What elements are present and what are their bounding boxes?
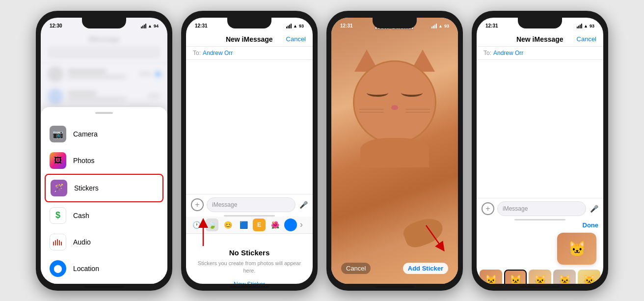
style-comic[interactable]: 🐱 Comic xyxy=(529,270,551,284)
svg-rect-3 xyxy=(59,240,60,246)
menu-item-location[interactable]: ⬤ Location xyxy=(41,255,167,282)
style-original-thumb: 🐱 xyxy=(480,270,502,284)
style-original[interactable]: 🐱 Original xyxy=(480,270,502,284)
stickers-label: Stickers xyxy=(74,184,99,192)
menu-item-audio[interactable]: Audio xyxy=(41,229,167,255)
add-button-4[interactable]: + xyxy=(482,202,494,215)
audio-label: Audio xyxy=(73,238,91,246)
svg-rect-4 xyxy=(61,242,62,246)
home-bar-3 xyxy=(375,286,414,288)
home-bar-2 xyxy=(230,286,269,288)
status-bar-3: 12:31 ▲ 93 xyxy=(331,18,458,31)
input-bar-4: + iMessage 🎤 xyxy=(477,198,603,219)
photo-actions: Cancel Add Sticker xyxy=(331,263,458,274)
new-sticker-button-2[interactable]: New Sticker xyxy=(234,281,265,284)
menu-item-more[interactable]: More xyxy=(41,282,167,284)
cat-sticker-preview: 🐱 xyxy=(557,233,596,265)
emoji-icon[interactable]: 😊 xyxy=(221,219,234,231)
wifi-icon: ▲ xyxy=(148,24,152,28)
menu-item-photos[interactable]: 🖼 Photos xyxy=(41,147,167,174)
to-label-4: To: xyxy=(483,50,491,56)
time-4: 12:31 xyxy=(485,23,498,28)
mic-icon-2[interactable]: 🎤 xyxy=(299,201,308,209)
svg-rect-2 xyxy=(57,239,58,246)
compose-title-2: New iMessage xyxy=(226,35,273,43)
imessage-input-2[interactable]: iMessage xyxy=(207,197,295,212)
menu-item-cash[interactable]: $ Cash xyxy=(41,202,167,229)
cat-body xyxy=(360,138,429,167)
phone1-screen: 12:30 ▲ 94 iMessage xyxy=(41,18,167,284)
notch xyxy=(82,18,126,28)
drawer-handle xyxy=(95,112,113,114)
no-stickers-area: No Stickers Stickers you create from pho… xyxy=(186,234,313,284)
cancel-button-4[interactable]: Cancel xyxy=(577,35,596,43)
photos-icon: 🖼 xyxy=(50,152,66,169)
drawer-menu: 📷 Camera 🖼 Photos 🪄 Stickers $ Cash Audi… xyxy=(41,107,167,284)
style-shiny-thumb: 🐱 xyxy=(578,270,600,284)
right-eye xyxy=(401,89,423,97)
cat-nose xyxy=(391,105,398,110)
home-bar-4 xyxy=(520,286,560,288)
cat-face xyxy=(346,50,444,167)
location-label: Location xyxy=(73,265,99,273)
add-sticker-button[interactable]: Add Sticker xyxy=(403,263,448,274)
style-comic-thumb: 🐱 xyxy=(529,270,551,284)
menu-item-stickers[interactable]: 🪄 Stickers xyxy=(45,174,163,202)
menu-item-camera[interactable]: 📷 Camera xyxy=(41,121,167,147)
cancel-button-3[interactable]: Cancel xyxy=(341,263,371,274)
whisker-l1 xyxy=(359,109,384,109)
imessage-placeholder-4: iMessage xyxy=(503,205,528,212)
signal-area: ▲ 94 xyxy=(141,24,159,28)
style-puffy-thumb: 🐱 xyxy=(553,270,576,284)
cash-label: Cash xyxy=(73,212,89,219)
signal-icon-2 xyxy=(286,24,292,28)
battery-icon-3: 93 xyxy=(444,24,449,28)
imessage-header-2: New iMessage Cancel xyxy=(186,31,313,47)
style-outline[interactable]: 🐱 Outline xyxy=(504,270,527,284)
red-icon[interactable]: 🌺 xyxy=(268,219,281,231)
style-puffy[interactable]: 🐱 Puffy xyxy=(553,270,576,284)
to-name-2[interactable]: Andrew Orr xyxy=(203,50,233,56)
to-line-2: To: Andrew Orr xyxy=(186,47,313,60)
phone-2: 12:31 ▲ 93 New iMessage Cancel To: Andre… xyxy=(181,11,318,291)
phone2-screen: 12:31 ▲ 93 New iMessage Cancel To: Andre… xyxy=(186,18,313,284)
e-icon[interactable]: E xyxy=(253,219,266,231)
camera-icon: 📷 xyxy=(50,126,66,142)
battery-icon-2: 93 xyxy=(299,24,304,28)
audio-icon xyxy=(50,234,66,250)
phone-3: New Sticker 12:31 ▲ 93 Cancel Add Sticke… xyxy=(326,11,463,291)
notch-4 xyxy=(518,18,562,28)
arrow-up-indicator xyxy=(196,219,211,250)
add-button-2[interactable]: + xyxy=(191,198,204,211)
svg-rect-1 xyxy=(55,240,56,246)
blue-icon[interactable] xyxy=(284,219,297,231)
arrow-down-svg xyxy=(421,223,446,252)
imessage-input-4[interactable]: iMessage xyxy=(497,201,586,216)
cancel-button-2[interactable]: Cancel xyxy=(286,35,306,43)
notch-2 xyxy=(227,18,271,28)
wifi-icon-2: ▲ xyxy=(293,24,297,28)
whisker-l2 xyxy=(359,112,384,112)
wifi-icon-3: ▲ xyxy=(438,24,443,28)
mic-icon-4[interactable]: 🎤 xyxy=(590,205,598,213)
input-bar-2: + iMessage 🎤 xyxy=(186,194,313,215)
cash-icon: $ xyxy=(50,207,66,224)
apps-icon[interactable]: 🟦 xyxy=(237,219,250,231)
camera-label: Camera xyxy=(73,130,98,138)
message-body-2 xyxy=(186,60,313,194)
phone-4: 12:31 ▲ 93 New iMessage Cancel To: Andre… xyxy=(472,11,608,291)
to-name-4[interactable]: Andrew Orr xyxy=(493,50,523,56)
phone3-screen: New Sticker 12:31 ▲ 93 Cancel Add Sticke… xyxy=(331,18,458,284)
no-stickers-title: No Stickers xyxy=(229,248,270,257)
done-row: Done xyxy=(477,220,603,231)
style-shiny[interactable]: 🐱 Shiny xyxy=(578,270,600,284)
style-options-row: 🐱 Original 🐱 Outline 🐱 Comic 🐱 Puffy 🐱 xyxy=(477,267,603,284)
wifi-icon-4: ▲ xyxy=(584,24,588,28)
whisker-r1 xyxy=(405,109,430,109)
more-apps-icon[interactable]: › xyxy=(300,219,303,230)
stickers-icon: 🪄 xyxy=(51,180,67,196)
done-button[interactable]: Done xyxy=(583,221,599,229)
arrow-up-svg xyxy=(196,219,211,248)
svg-line-6 xyxy=(426,225,442,247)
cat-photo-screen: New Sticker 12:31 ▲ 93 Cancel Add Sticke… xyxy=(331,18,458,284)
